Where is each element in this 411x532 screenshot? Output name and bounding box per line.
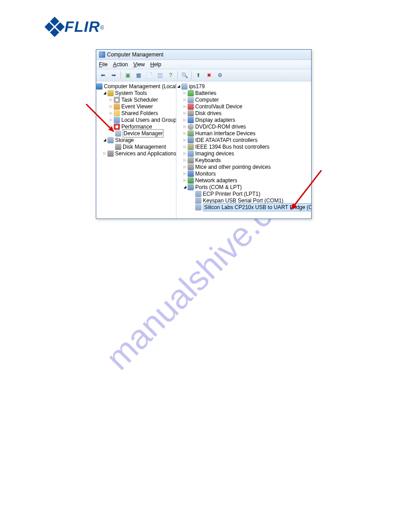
drive-icon [188, 110, 194, 116]
clock-icon [114, 97, 120, 103]
device-controlvault[interactable]: ▷ControlVault Device [176, 103, 311, 110]
right-tree-pane[interactable]: ◢ips179 ▷Batteries ▷Computer ▷ControlVau… [176, 82, 311, 219]
update-button[interactable]: ⬆ [193, 70, 203, 80]
left-tree-pane[interactable]: Computer Management (Local ◢System Tools… [96, 82, 176, 219]
computer-icon [181, 83, 188, 90]
separator [120, 71, 121, 79]
device-batteries[interactable]: ▷Batteries [176, 90, 311, 96]
perf-icon [114, 124, 120, 130]
help-button[interactable]: ? [166, 70, 176, 80]
network-icon [188, 177, 194, 184]
device-display[interactable]: ▷Display adapters [176, 116, 311, 123]
tree-event-viewer[interactable]: ▷Event Viewer [96, 103, 176, 110]
app-icon [99, 51, 105, 58]
tree-services[interactable]: ▷Services and Applications [96, 150, 176, 157]
device-ecp[interactable]: ECP Printer Port (LPT1) [176, 190, 311, 197]
device-hid[interactable]: ▷Human Interface Devices [176, 130, 311, 137]
window-titlebar[interactable]: Computer Management [96, 49, 311, 60]
device-keyspan[interactable]: Keyspan USB Serial Port (COM1) [176, 197, 311, 204]
device-ports[interactable]: ◢Ports (COM & LPT) [176, 184, 311, 190]
port-icon [195, 197, 201, 204]
device-ide[interactable]: ▷IDE ATA/ATAPI controllers [176, 137, 311, 143]
expand-icon[interactable]: ▷ [109, 104, 113, 109]
logo-diamond-icon [44, 17, 64, 37]
show-hide-button[interactable]: ▦ [133, 70, 143, 80]
device-1394[interactable]: ▷IEEE 1394 Bus host controllers [176, 143, 311, 150]
expand-icon[interactable]: ▷ [109, 98, 113, 102]
ieee1394-icon [188, 144, 194, 150]
device-imaging[interactable]: ▷Imaging devices [176, 150, 311, 157]
expand-icon[interactable]: ▷ [183, 98, 187, 102]
device-monitors[interactable]: ▷Monitors [176, 170, 311, 177]
menu-view[interactable]: View [133, 61, 145, 68]
mouse-icon [188, 164, 194, 170]
expand-icon[interactable]: ▷ [109, 124, 113, 129]
expand-icon[interactable]: ▷ [183, 172, 187, 176]
expand-icon[interactable]: ▷ [103, 151, 107, 156]
expand-icon[interactable]: ◢ [103, 138, 107, 142]
tree-task-scheduler[interactable]: ▷Task Scheduler [96, 96, 176, 103]
expand-icon[interactable]: ▷ [109, 118, 113, 122]
expand-icon[interactable]: ▷ [183, 124, 187, 129]
expand-icon[interactable]: ▷ [109, 111, 113, 116]
back-button[interactable]: ⬅ [98, 70, 108, 80]
expand-icon[interactable]: ▷ [183, 104, 187, 109]
device-dvd[interactable]: ▷DVD/CD-ROM drives [176, 123, 311, 130]
device-silicon-labs[interactable]: Silicon Labs CP210x USB to UART Bridge (… [176, 204, 311, 210]
expand-icon[interactable]: ◢ [176, 84, 181, 89]
up-button[interactable]: ▣ [123, 70, 133, 80]
menu-help[interactable]: Help [150, 61, 162, 68]
services-icon [107, 150, 114, 157]
device-disk-drives[interactable]: ▷Disk drives [176, 110, 311, 116]
hid-icon [188, 130, 194, 137]
uninstall-button[interactable]: ✖ [204, 70, 214, 80]
refresh-button[interactable]: ◫ [155, 70, 165, 80]
menu-file[interactable]: File [99, 61, 107, 68]
tree-root[interactable]: Computer Management (Local [96, 83, 176, 90]
logo-text: FLIR® [64, 18, 104, 35]
disable-button[interactable]: ⚙ [215, 70, 225, 80]
tree-shared-folders[interactable]: ▷Shared Folders [96, 110, 176, 116]
expand-icon[interactable]: ▷ [183, 138, 187, 142]
forward-button[interactable]: ➡ [109, 70, 119, 80]
properties-button[interactable]: 📄 [144, 70, 154, 80]
imaging-icon [188, 150, 194, 157]
expand-icon[interactable]: ▷ [183, 158, 187, 163]
device-mice[interactable]: ▷Mice and other pointing devices [176, 163, 311, 170]
expand-icon[interactable]: ◢ [183, 185, 187, 189]
separator [191, 71, 192, 79]
storage-icon [107, 137, 114, 143]
users-icon [114, 117, 120, 123]
tree-storage[interactable]: ◢Storage [96, 137, 176, 143]
expand-icon[interactable]: ▷ [183, 111, 187, 116]
separator [177, 71, 178, 79]
menu-action[interactable]: Action [113, 61, 128, 68]
tree-local-users[interactable]: ▷Local Users and Groups [96, 116, 176, 123]
device-network[interactable]: ▷Network adapters [176, 177, 311, 184]
window-title: Computer Management [107, 51, 163, 58]
devmgr-icon [115, 130, 121, 137]
device-keyboards[interactable]: ▷Keyboards [176, 157, 311, 163]
ports-icon [188, 184, 194, 190]
expand-icon[interactable]: ▷ [183, 145, 187, 149]
expand-icon[interactable]: ▷ [183, 91, 187, 95]
scan-button[interactable]: 🔍 [180, 70, 189, 80]
expand-icon[interactable]: ▷ [183, 165, 187, 169]
controlvault-icon [188, 103, 194, 110]
flir-logo: FLIR® [47, 18, 104, 35]
dvd-icon [188, 124, 194, 130]
keyboard-icon [188, 157, 194, 163]
expand-icon[interactable]: ◢ [103, 91, 107, 95]
tree-disk-management[interactable]: Disk Management [96, 143, 176, 150]
device-computer[interactable]: ▷Computer [176, 96, 311, 103]
computer-management-window: Computer Management File Action View Hel… [96, 49, 312, 219]
tree-device-manager[interactable]: Device Manager [96, 130, 176, 137]
device-root[interactable]: ◢ips179 [176, 83, 311, 90]
expand-icon[interactable]: ▷ [183, 118, 187, 122]
expand-icon[interactable]: ▷ [183, 178, 187, 183]
expand-icon[interactable]: ▷ [183, 131, 187, 136]
expand-icon[interactable]: ▷ [183, 151, 187, 156]
tree-system-tools[interactable]: ◢System Tools [96, 90, 176, 96]
disk-icon [115, 144, 121, 150]
ide-icon [188, 137, 194, 143]
